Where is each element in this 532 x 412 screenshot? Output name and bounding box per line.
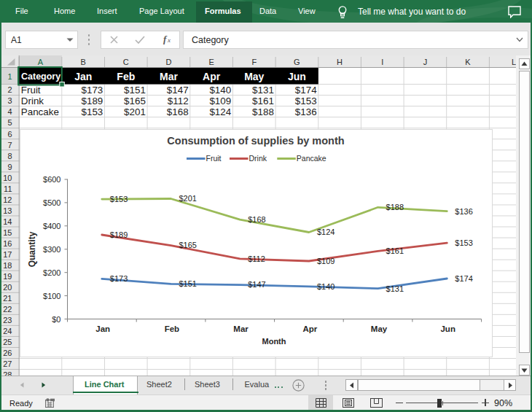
svg-text:16: 16: [3, 239, 12, 248]
svg-text:$0: $0: [52, 315, 60, 324]
svg-text:$140: $140: [209, 85, 231, 96]
svg-text:F: F: [251, 58, 257, 66]
svg-text:$153: $153: [295, 96, 317, 106]
svg-text:E: E: [208, 58, 214, 66]
svg-text:13: 13: [3, 206, 12, 215]
svg-text:17: 17: [3, 250, 12, 259]
svg-text:B: B: [81, 58, 86, 66]
svg-text:$188: $188: [386, 203, 404, 211]
svg-text:Month: Month: [262, 337, 286, 346]
svg-text:$600: $600: [43, 175, 60, 184]
svg-text:$168: $168: [248, 215, 265, 224]
svg-text:1: 1: [7, 72, 12, 81]
svg-text:22: 22: [3, 305, 12, 314]
svg-text:$200: $200: [43, 268, 60, 277]
svg-text:Quantity: Quantity: [27, 231, 37, 267]
svg-text:11: 11: [4, 184, 12, 193]
svg-text:$189: $189: [82, 96, 103, 106]
svg-text:Pancake: Pancake: [21, 106, 59, 117]
svg-text:Mar: Mar: [233, 324, 249, 333]
svg-text:$140: $140: [317, 282, 335, 291]
svg-text:$400: $400: [43, 222, 60, 230]
svg-text:$300: $300: [43, 245, 60, 254]
svg-text:May: May: [371, 324, 388, 333]
svg-text:$168: $168: [167, 106, 189, 117]
svg-text:$136: $136: [295, 106, 317, 117]
svg-text:Apr: Apr: [302, 324, 317, 333]
svg-text:$500: $500: [43, 198, 60, 207]
svg-text:C: C: [123, 58, 129, 66]
svg-text:$147: $147: [167, 85, 189, 96]
svg-text:7: 7: [7, 141, 12, 149]
svg-text:6: 6: [7, 130, 12, 139]
svg-text:Fruit: Fruit: [206, 154, 222, 163]
svg-text:$174: $174: [295, 85, 317, 96]
svg-text:G: G: [294, 58, 300, 66]
svg-text:26: 26: [3, 349, 12, 357]
svg-text:$151: $151: [124, 85, 146, 96]
svg-text:$131: $131: [386, 284, 404, 293]
svg-text:5: 5: [7, 118, 12, 127]
svg-text:A: A: [38, 58, 44, 66]
svg-text:Pancake: Pancake: [297, 154, 326, 163]
svg-text:$131: $131: [252, 85, 274, 96]
svg-text:Feb: Feb: [165, 324, 179, 333]
svg-text:J: J: [423, 58, 428, 66]
svg-text:10: 10: [3, 174, 12, 182]
svg-text:$153: $153: [455, 238, 472, 247]
svg-text:$151: $151: [179, 279, 197, 288]
svg-text:8: 8: [7, 152, 12, 160]
svg-text:Consumption of supplies by mon: Consumption of supplies by month: [167, 135, 344, 147]
svg-text:2: 2: [7, 85, 12, 94]
svg-text:9: 9: [7, 163, 12, 171]
svg-text:Drink: Drink: [249, 154, 267, 163]
svg-text:$201: $201: [124, 106, 146, 117]
svg-text:Drink: Drink: [21, 96, 44, 106]
svg-text:25: 25: [3, 338, 12, 346]
svg-text:$174: $174: [455, 274, 472, 283]
svg-text:$153: $153: [110, 195, 128, 203]
svg-text:Feb: Feb: [117, 71, 135, 82]
svg-text:14: 14: [3, 217, 12, 226]
svg-text:$161: $161: [252, 96, 274, 106]
svg-text:$173: $173: [82, 85, 103, 96]
svg-text:Jan: Jan: [95, 324, 110, 333]
svg-text:Fruit: Fruit: [21, 85, 41, 96]
svg-text:Apr: Apr: [203, 71, 221, 82]
svg-text:$136: $136: [455, 207, 472, 216]
svg-text:$173: $173: [110, 274, 128, 283]
svg-text:$165: $165: [124, 96, 146, 106]
svg-text:18: 18: [3, 261, 12, 270]
svg-text:May: May: [244, 71, 264, 82]
svg-text:4: 4: [7, 107, 12, 116]
svg-text:20: 20: [3, 283, 12, 292]
svg-text:$161: $161: [386, 246, 404, 255]
svg-text:Jun: Jun: [288, 71, 306, 82]
svg-text:H: H: [337, 58, 343, 66]
svg-text:21: 21: [3, 294, 12, 303]
svg-text:I: I: [381, 58, 383, 66]
svg-text:K: K: [465, 58, 471, 66]
svg-text:$100: $100: [43, 292, 60, 300]
svg-text:24: 24: [3, 327, 12, 335]
svg-text:12: 12: [3, 195, 12, 204]
svg-text:$109: $109: [209, 96, 231, 106]
svg-text:19: 19: [3, 272, 12, 281]
svg-text:Jun: Jun: [440, 324, 455, 333]
svg-text:$109: $109: [317, 257, 335, 265]
svg-text:15: 15: [3, 228, 12, 237]
svg-text:$153: $153: [82, 106, 103, 117]
svg-text:$112: $112: [248, 254, 265, 263]
svg-text:$124: $124: [317, 228, 335, 236]
svg-text:Jan: Jan: [74, 71, 92, 82]
svg-text:23: 23: [3, 316, 12, 324]
svg-text:$165: $165: [179, 241, 197, 249]
svg-text:$112: $112: [168, 96, 189, 106]
svg-text:Category: Category: [21, 71, 60, 82]
svg-text:D: D: [166, 58, 172, 66]
svg-text:$147: $147: [248, 280, 265, 289]
svg-text:$189: $189: [110, 230, 128, 239]
svg-text:Mar: Mar: [160, 71, 178, 82]
svg-text:$201: $201: [179, 194, 197, 203]
svg-text:$188: $188: [252, 106, 274, 117]
